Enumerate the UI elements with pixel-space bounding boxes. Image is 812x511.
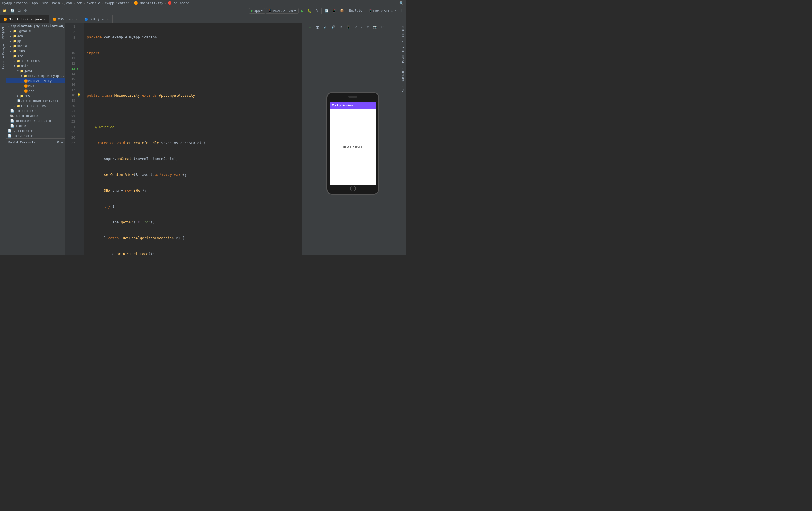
phone-home-button[interactable] (350, 186, 356, 192)
tab-close-mainactivity[interactable]: ✕ (44, 18, 46, 21)
sidebar-item-java[interactable]: ▾ 📁 java (6, 68, 65, 74)
sidebar-item-md5[interactable]: 🟠 MD5 (6, 83, 65, 88)
tab-sha[interactable]: 🔵 SHA.java ✕ (81, 15, 113, 23)
emulator-refresh-btn[interactable]: ⟳ (380, 24, 385, 30)
arrow-icon-expanded: ▾ (17, 69, 19, 73)
folder-icon: 📁 (24, 74, 27, 78)
breadcrumb-example[interactable]: example (86, 1, 100, 5)
arrow-icon: ▸ (10, 34, 12, 38)
arrow-icon-expanded: ▾ (21, 74, 23, 78)
sync-btn[interactable]: 🔄 (9, 8, 16, 13)
sidebar-item-main[interactable]: ▾ 📁 main (6, 63, 65, 68)
emulator-check-btn[interactable]: ✓ (308, 24, 313, 30)
bulb-icon[interactable]: 💡 (77, 93, 81, 96)
breadcrumb-main[interactable]: main (52, 1, 60, 5)
project-panel-label[interactable]: Project (1, 25, 5, 40)
code-line-12: @Override (87, 124, 302, 130)
emulator-portrait-btn[interactable]: 📱 (345, 24, 352, 30)
breadcrumb-oncreate[interactable]: 🔴 onCreate (168, 1, 190, 5)
sidebar-item-gitignore[interactable]: 📄 .gitignore (6, 108, 65, 113)
emulator-power-btn[interactable]: ⏻ (314, 25, 321, 30)
emulator-recent-btn[interactable]: □ (366, 25, 371, 30)
sidebar-item-buildgradle[interactable]: 🐘 build.gradle (6, 113, 65, 118)
tab-mainactivity[interactable]: 🟠 MainActivity.java ✕ (0, 15, 49, 23)
sidebar-item-comexample[interactable]: ▾ 📁 com.example.myap... (6, 74, 65, 78)
sidebar-item-res[interactable]: ▸ 📁 res (6, 93, 65, 98)
breadcrumb-app[interactable]: app (32, 1, 38, 5)
emulator-top-bar: ✓ ⏻ 🔈 🔊 ⟳ 📱 ◁ ○ □ 📷 ⟳ ⋮ (306, 24, 400, 31)
sidebar-item-sha[interactable]: 🟠 SHA (6, 88, 65, 93)
left-side-strip: Project Resource Manager (0, 24, 6, 256)
sidebar-root[interactable]: ▾ Application [My Application] (6, 24, 65, 28)
favorites-panel-label[interactable]: Favorites (401, 46, 405, 64)
debug-btn[interactable]: 🐛 (306, 8, 313, 14)
build-variants-panel: Build Variants ⚙ − (6, 138, 65, 146)
resource-manager-label[interactable]: Resource Manager (1, 42, 5, 70)
phone-screen: My Application Hello World! (330, 102, 376, 185)
tab-close-md5[interactable]: ✕ (76, 18, 77, 21)
folder-icon: 📁 (13, 44, 17, 48)
collapse-btn[interactable]: ⊟ (17, 8, 22, 13)
right-side-strip: Structure Favorites Build Variants (400, 24, 406, 256)
emulator-back-btn[interactable]: ◁ (353, 24, 358, 30)
editor-scrollbar[interactable] (302, 24, 306, 256)
run-btn[interactable]: ▶ (299, 8, 305, 14)
run-dropdown[interactable]: ▶ app ▼ (249, 8, 265, 13)
emulator-vol-down-btn[interactable]: 🔈 (322, 24, 329, 30)
sidebar-item-uldgradle[interactable]: 📄 uld.gradle (6, 133, 65, 138)
breadcrumb-myapp[interactable]: myapplication (104, 1, 129, 5)
tab-icon-sha: 🔵 (85, 18, 88, 21)
sidebar-item-gradle[interactable]: ▸ 📁 .gradle (6, 28, 65, 33)
sidebar-item-src[interactable]: ▾ 📁 src (6, 53, 65, 58)
sidebar-item-radle[interactable]: 📄 radle (6, 123, 65, 128)
sidebar-item-androidtest[interactable]: ▸ 📁 androidTest (6, 58, 65, 63)
code-area[interactable]: package com.example.myapplication; impor… (84, 24, 302, 256)
emulator-home-btn[interactable]: ○ (359, 25, 365, 30)
editor-tab-bar: 🟠 MainActivity.java ✕ 🟠 MD5.java ✕ 🔵 SHA… (0, 15, 406, 24)
sidebar-item-dea[interactable]: ▸ 📁 dea (6, 33, 65, 38)
breadcrumb-com[interactable]: com (76, 1, 82, 5)
build-variants-side-label[interactable]: Build Variants (401, 66, 405, 93)
phone-app-title: My Application (332, 104, 353, 107)
sidebar-item-mainactivity[interactable]: 🟠 MainActivity (6, 78, 65, 83)
build-variants-gear[interactable]: ⚙ (57, 140, 60, 144)
breadcrumb-java[interactable]: java (64, 1, 72, 5)
sidebar-item-libs[interactable]: ▸ 📁 libs (6, 49, 65, 53)
structure-panel-label[interactable]: Structure (401, 25, 405, 44)
breadcrumb-mainactivity[interactable]: 🟠 MainActivity (134, 1, 163, 5)
profile-btn[interactable]: ⏱ (314, 8, 320, 13)
code-line-16: SHA sha = new SHA(); (87, 188, 302, 193)
device-dropdown[interactable]: 📱 Pixel 2 API 30 ▼ (266, 8, 298, 13)
run-gutter-icon[interactable]: ▶ (77, 67, 79, 70)
search-icon[interactable]: 🔍 (399, 1, 404, 5)
sidebar-item-proguard[interactable]: 📄 proguard-rules.pro (6, 118, 65, 123)
settings-btn[interactable]: ⚙ (23, 8, 28, 13)
sidebar-item-pp[interactable]: ▸ 📁 pp (6, 38, 65, 44)
emulator-more-btn[interactable]: ⋮ (387, 24, 393, 30)
folder-icon: 📁 (17, 59, 20, 62)
code-line-15: setContentView(R.layout.activity_main); (87, 172, 302, 177)
more-btn[interactable]: ⋮ (399, 8, 405, 13)
tab-close-sha[interactable]: ✕ (107, 18, 109, 21)
sidebar-item-gitignore2[interactable]: 📄 .gitignore (6, 128, 65, 133)
code-editor[interactable]: 1 2 8 10 11 12 13 14 15 16 17 18 19 20 2… (65, 24, 306, 256)
toolbar-separator (30, 8, 30, 13)
project-icon-btn[interactable]: 📁 (1, 8, 8, 13)
sdk-btn[interactable]: 📦 (339, 8, 346, 13)
emulator-vol-up-btn[interactable]: 🔊 (330, 24, 337, 30)
breadcrumb-myapplication[interactable]: MyApplication (2, 1, 28, 5)
sync-gradle-btn[interactable]: 🔃 (323, 8, 330, 13)
sidebar-item-manifest[interactable]: 📄 AndroidManifest.xml (6, 98, 65, 103)
avd-btn[interactable]: 📱 (331, 8, 338, 13)
build-variants-collapse[interactable]: − (61, 141, 63, 144)
tab-md5[interactable]: 🟠 MD5.java ✕ (49, 15, 81, 23)
emulator-rotate-btn[interactable]: ⟳ (338, 24, 344, 30)
sidebar-root-label: Application [My Application] (10, 24, 65, 28)
folder-icon: 📁 (13, 49, 17, 53)
breadcrumb-src[interactable]: src (42, 1, 48, 5)
emulator-screenshot-btn[interactable]: 📷 (372, 24, 379, 30)
sidebar-item-build[interactable]: ▸ 📁 build (6, 44, 65, 49)
emulator-device-label[interactable]: 📱 Pixel 2 API 30 ✕ (367, 8, 398, 13)
gutter: ▶ 💡 (77, 24, 84, 256)
sidebar-item-test[interactable]: ▸ 📁 test [unitTest] (6, 103, 65, 108)
